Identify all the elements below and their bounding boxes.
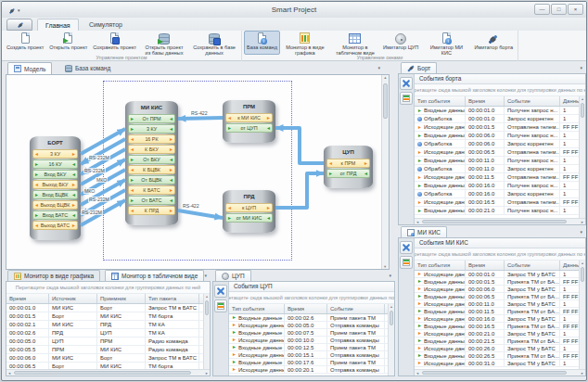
column-header[interactable]: Событие <box>505 261 560 270</box>
diagram-block-МИ КИС[interactable]: МИ КИС►От ПРМ◄►3 КУ◄◄16 РК►◄К БКУ►►От БК… <box>125 101 178 225</box>
table-row[interactable]: 00:00:05.5ПРММИ КИСРадио команда <box>6 346 210 354</box>
diagram-block-ЦУП[interactable]: ЦУП◄к ПРМ►►от ПРД◄ <box>324 146 373 188</box>
table-header[interactable]: Тип событияВремяСобытие <box>229 304 394 314</box>
column-header[interactable]: Источник <box>49 294 97 303</box>
diagram-block-БОРТ[interactable]: БОРТ◄3 КУ►►16 КУ◄►Вход БКУ◄◄Выход БКУ►►В… <box>30 136 81 240</box>
cup-imitator-button[interactable]: Имитатор ЦУП <box>380 31 421 55</box>
table-row[interactable]: ►Исходящие данн...00:00:11.0Запрос ТМ у … <box>415 300 585 308</box>
table-row[interactable]: ►Входные данные00:00:16.5Принята ТМ от Б… <box>415 323 585 330</box>
table-row[interactable]: ►Входные данные00:00:02.6Прием пакета ТМ <box>229 314 394 322</box>
block-port[interactable]: ◄Выход БКУ► <box>32 180 78 189</box>
table-row[interactable]: ►Исходящие данн...00:00:26.0Запрос ТМ у … <box>415 345 585 352</box>
scrollbar-thumb[interactable] <box>14 371 191 375</box>
create-project-button[interactable]: Создать проект <box>4 31 46 55</box>
table-row[interactable]: 00:00:02.6ПРДЦУПТМ КА <box>6 329 210 337</box>
block-port[interactable]: ►От БЦВК◄ <box>128 175 175 185</box>
table-monitor-button[interactable]: Монитор в табличном виде <box>330 31 380 55</box>
panel-menu-icon[interactable]: ▾ <box>580 229 582 235</box>
legend-button[interactable] <box>400 256 413 269</box>
block-port[interactable]: ◄к ПРМ► <box>326 159 370 168</box>
scrollbar-thumb[interactable] <box>205 300 209 315</box>
table-row[interactable]: 00:00:06.5БортМИ КИСТМ борта <box>6 363 210 369</box>
table-row[interactable]: ►Входные данные00:00:21.0Получен запрос … <box>415 207 585 215</box>
settings-button[interactable] <box>400 77 413 90</box>
tab-table-monitor[interactable]: Монитор в табличном виде <box>105 270 204 281</box>
block-port[interactable]: ►Вход БЦВК◄ <box>32 190 78 199</box>
block-port[interactable]: ◄16 РК► <box>128 134 175 144</box>
table-row[interactable]: ►Входные данные00:00:21.5Принята ТМ от Б… <box>415 337 585 345</box>
column-header[interactable]: Тип события <box>415 96 466 106</box>
panel-menu-icon[interactable]: ▾ <box>204 273 207 278</box>
legend-button[interactable] <box>400 92 413 105</box>
block-port[interactable]: ►3 КУ◄ <box>128 124 175 134</box>
tab-bort[interactable]: Борт <box>401 62 437 73</box>
table-row[interactable]: ►Исходящие данн...00:00:06.0Запрос ТМ у … <box>415 286 585 293</box>
block-port[interactable]: ◄К БАТС► <box>128 185 175 195</box>
tab-cup[interactable]: ЦУП <box>215 270 251 281</box>
table-row[interactable]: ►Исходящие данн...00:00:16.5Отправлена т… <box>415 198 585 207</box>
block-port[interactable]: ◄Выход БАТС► <box>32 221 78 230</box>
table-row[interactable]: Обработка00:00:06.0Запрос корректен1 <box>415 140 585 148</box>
block-port[interactable]: ►Вход БКУ◄ <box>32 170 78 179</box>
scrollbar-thumb[interactable] <box>383 83 388 119</box>
column-header[interactable]: Событие <box>327 304 385 313</box>
table-row[interactable]: ►Исходящие данн...00:00:21.0Запрос ТМ у … <box>415 330 585 337</box>
scroll-left-icon[interactable]: ◂ <box>8 370 10 376</box>
scrollbar-thumb[interactable] <box>581 103 584 118</box>
tab-glavnaya[interactable]: Главная <box>37 19 79 31</box>
block-port[interactable]: ►от ЦУП◄ <box>225 123 273 133</box>
save-to-db-button[interactable]: Сохранить в базе данных <box>189 31 239 55</box>
column-header[interactable]: Время <box>466 261 505 270</box>
horizontal-scrollbar[interactable]: ◂▸ <box>415 218 585 224</box>
table-row[interactable]: ►Исходящие данн...00:00:31.0Запрос ТМ у … <box>415 360 585 367</box>
panel-menu-icon[interactable]: ▾ <box>389 273 391 278</box>
table-row[interactable]: Обработка00:00:01.0Запрос корректен1 <box>415 115 585 123</box>
maximize-button[interactable]: □ <box>551 4 567 15</box>
block-port[interactable]: ◄Выход БЦВК► <box>32 200 78 210</box>
command-base-button[interactable]: База команд <box>244 31 280 55</box>
block-port[interactable]: ◄к ЦУП► <box>225 203 273 212</box>
diagram-block-ПРМ[interactable]: ПРМ◄к МИ КИС►►от ЦУП◄ <box>223 100 275 143</box>
column-header[interactable]: Событие <box>505 96 560 106</box>
chart-monitor-button[interactable]: Монитор в виде графика <box>280 31 330 55</box>
column-header[interactable]: Тип события <box>415 261 466 270</box>
vertical-scrollbar[interactable]: ▴ <box>388 304 394 376</box>
column-header[interactable]: Время <box>6 294 49 303</box>
table-row[interactable]: ►Входные данные00:00:26.5Принята ТМ от Б… <box>415 352 585 360</box>
table-header[interactable]: ВремяИсточникПриемникТип пакета <box>6 294 210 304</box>
block-port[interactable]: ◄3 КУ► <box>32 149 78 159</box>
vertical-scrollbar[interactable]: ▴ <box>203 294 210 369</box>
block-port[interactable]: ►16 КУ◄ <box>32 159 78 169</box>
table-header[interactable]: Тип событияВремяСобытиеДанные <box>415 261 585 271</box>
panel-menu-icon[interactable]: ▾ <box>580 65 582 70</box>
column-header[interactable]: Тип пакета <box>146 294 199 303</box>
legend-button[interactable] <box>214 299 227 312</box>
scroll-right-icon[interactable]: ▸ <box>582 219 583 225</box>
open-project-from-db-button[interactable]: Открыть проект из базы данных <box>139 31 189 55</box>
column-header[interactable]: Время <box>285 304 327 313</box>
table-row[interactable]: ►Исходящие данные00:00:20.1Отправка кома… <box>229 366 394 374</box>
scroll-right-icon[interactable]: ▸ <box>206 370 208 376</box>
open-project-button[interactable]: Открыть проект <box>46 31 90 55</box>
block-port[interactable]: ◄К ПРД► <box>128 206 175 215</box>
settings-button[interactable] <box>214 285 227 298</box>
table-row[interactable]: ►Исходящие данные00:00:10.0Отправка кома… <box>229 337 394 344</box>
scroll-down-icon[interactable]: ▾ <box>384 264 386 269</box>
horizontal-scrollbar[interactable]: ◂▸ <box>6 369 210 376</box>
block-port[interactable]: ►От БКУ◄ <box>128 155 175 164</box>
column-header[interactable]: Приемник <box>97 294 146 303</box>
table-row[interactable]: Обработка00:00:11.0Запрос корректен1 <box>415 165 585 173</box>
bort-imitator-button[interactable]: Имитатор борта <box>471 31 516 55</box>
table-row[interactable]: ►Входные данные00:00:11.0Получен запрос … <box>415 157 585 165</box>
block-port[interactable]: ►От БАТС◄ <box>128 196 175 205</box>
table-row[interactable]: ►Входные данные00:00:01.0Получен запрос … <box>415 107 585 115</box>
settings-button[interactable] <box>400 241 413 254</box>
table-row[interactable]: ►Входные данные00:00:16.0Получен запрос … <box>415 182 585 190</box>
table-row[interactable]: ►Входные данные00:00:01.5Принята ТМ от Б… <box>415 278 585 286</box>
diagram-vertical-scrollbar[interactable]: ▴▾ <box>381 75 389 269</box>
vertical-scrollbar[interactable]: ▴ <box>579 96 585 218</box>
diagram-block-ПРД[interactable]: ПРД◄к ЦУП►►от МИ КИС◄ <box>223 190 275 233</box>
scrollbar-thumb[interactable] <box>422 220 567 223</box>
block-port[interactable]: ►Вход БАТС◄ <box>32 210 78 220</box>
column-header[interactable]: Тип события <box>229 304 285 313</box>
